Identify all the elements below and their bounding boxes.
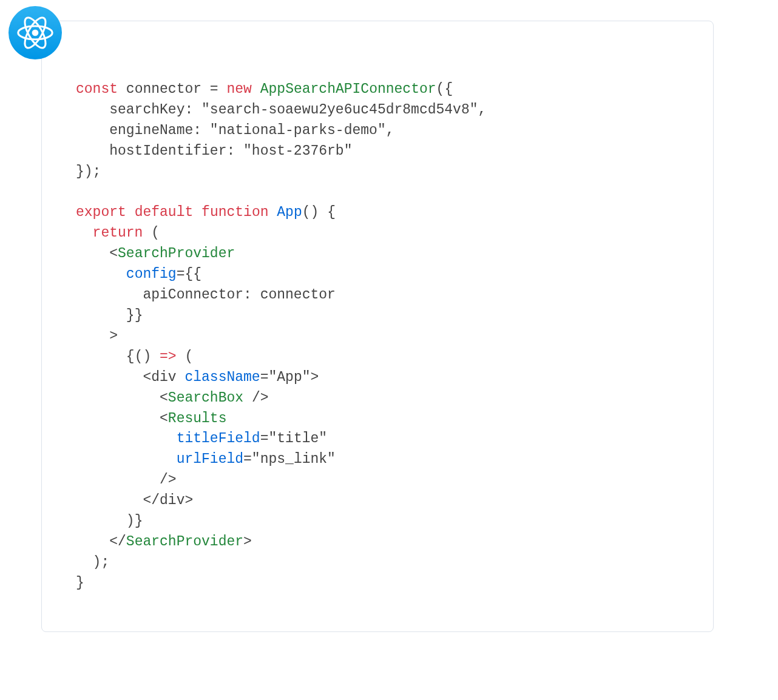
attr-classname: className [184, 369, 260, 385]
react-icon [16, 14, 54, 52]
code-block: const connector = new AppSearchAPIConnec… [76, 79, 689, 594]
jsx-open: < [160, 390, 168, 406]
attr-titlefield: titleField [177, 431, 260, 446]
arrow: => [160, 349, 177, 365]
line-apiconnector: apiConnector: connector [76, 287, 336, 303]
kw-const: const [76, 81, 118, 97]
close-call: }); [76, 164, 101, 180]
div-close: </div> [143, 493, 193, 508]
jsx-searchbox: SearchBox [168, 390, 243, 406]
eq: = [201, 81, 226, 97]
titlefield-val: ="title" [260, 431, 327, 446]
jsx-results: Results [168, 411, 227, 426]
id-connector: connector [126, 81, 201, 97]
classname-val: ="App"> [260, 369, 319, 385]
kw-function: function [201, 204, 268, 220]
config-close: }} [126, 308, 143, 323]
react-logo-badge [8, 6, 62, 59]
jsx-searchprovider-close: SearchProvider [126, 534, 243, 550]
kw-return: return [93, 225, 143, 241]
attr-config: config [126, 266, 177, 282]
fn-close: } [76, 575, 84, 591]
svg-point-3 [32, 30, 39, 36]
tag-close: > [243, 534, 252, 550]
div-open-a: <div [143, 369, 184, 385]
child-close: )} [126, 513, 143, 529]
child-open: {() [126, 349, 160, 365]
jsx-searchprovider-open: SearchProvider [118, 246, 235, 261]
jsx-selfclose: /> [160, 472, 177, 488]
jsx-close-slash: </ [109, 534, 126, 550]
jsx-open: < [109, 246, 118, 261]
attr-urlfield: urlField [177, 451, 243, 467]
config-eq: ={{ [177, 266, 201, 282]
kw-default: default [135, 204, 194, 220]
line-hostidentifier: hostIdentifier: "host-2376rb" [76, 143, 352, 159]
open-call: ({ [436, 81, 453, 97]
jsx-selfclose: /> [252, 390, 269, 406]
kw-export: export [76, 204, 126, 220]
code-panel: const connector = new AppSearchAPIConnec… [41, 21, 714, 632]
jsx-open: < [160, 411, 168, 426]
fn-parens: () { [302, 204, 336, 220]
return-open: ( [143, 225, 160, 241]
id-app: App [277, 204, 302, 220]
line-searchkey: searchKey: "search-soaewu2ye6uc45dr8mcd5… [76, 102, 486, 118]
line-enginename: engineName: "national-parks-demo", [76, 123, 394, 138]
class-appsearchapiconnector: AppSearchAPIConnector [260, 81, 436, 97]
child-open2: ( [177, 349, 194, 365]
urlfield-val: ="nps_link" [243, 451, 336, 467]
return-close: ); [93, 554, 110, 570]
kw-new: new [226, 81, 251, 97]
tag-close: > [109, 328, 118, 344]
